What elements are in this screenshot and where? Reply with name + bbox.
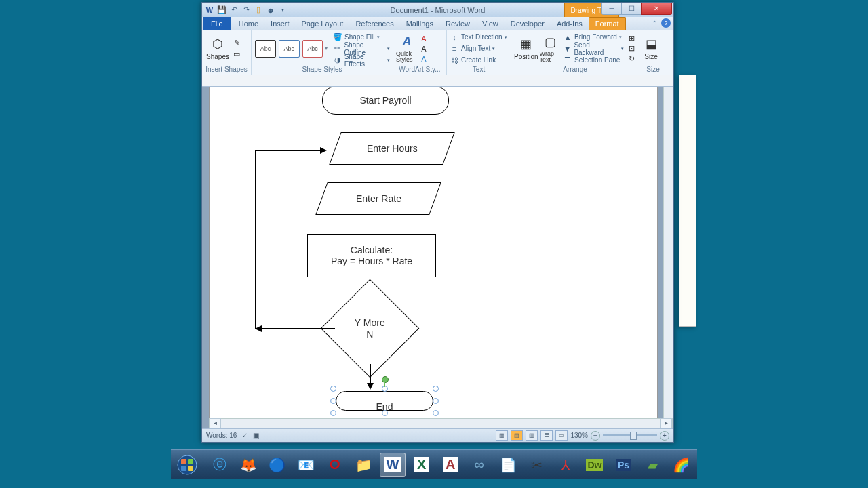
text-fill-icon[interactable]: A: [419, 34, 429, 43]
word-count[interactable]: Words: 16: [206, 432, 237, 439]
position-button[interactable]: ▦ Position: [514, 33, 538, 65]
flowchart-input-rate[interactable]: Enter Rate: [315, 182, 441, 215]
taskbar-word[interactable]: W: [380, 453, 406, 477]
rotate-icon[interactable]: ↻: [627, 54, 636, 64]
selection-pane-button[interactable]: ☰Selection Pane: [563, 55, 624, 66]
tab-insert[interactable]: Insert: [264, 18, 296, 30]
tab-page-layout[interactable]: Page Layout: [296, 18, 350, 30]
send-backward-button[interactable]: ▼Send Backward▾: [563, 43, 624, 54]
ie-icon: ⓔ: [213, 455, 226, 474]
rotation-handle[interactable]: [382, 376, 389, 383]
view-draft-button[interactable]: ▭: [555, 430, 568, 441]
scroll-right-icon[interactable]: ►: [660, 418, 672, 428]
flowchart-process-calculate[interactable]: Calculate: Pay = Hours * Rate: [307, 234, 436, 277]
tab-format[interactable]: Format: [589, 17, 626, 30]
taskbar-excel[interactable]: X: [408, 453, 435, 477]
edit-shape-icon[interactable]: ✎: [232, 39, 241, 48]
tab-review[interactable]: Review: [439, 18, 476, 30]
selection-handles[interactable]: [333, 388, 436, 413]
group-text: Text: [450, 66, 508, 75]
taskbar-app2[interactable]: ▰: [639, 453, 666, 477]
taskbar-notepad[interactable]: 📄: [495, 453, 521, 477]
taskbar-app3[interactable]: 🌈: [668, 453, 694, 477]
taskbar-photoshop[interactable]: Ps: [610, 453, 637, 477]
size-button[interactable]: ⬓ Size: [642, 33, 660, 65]
background-window: [679, 75, 696, 327]
shape-effects-button[interactable]: ◑Shape Effects▾: [333, 55, 390, 66]
effects-icon: ◑: [333, 56, 342, 65]
help-icon[interactable]: ?: [661, 18, 671, 28]
group-icon[interactable]: ⊡: [627, 44, 636, 54]
page[interactable]: Start Payroll Enter Hours Enter Rate Cal…: [209, 87, 658, 428]
collapse-ribbon-icon[interactable]: ⌃: [652, 20, 657, 27]
zoom-out-button[interactable]: −: [591, 431, 600, 441]
create-link-button[interactable]: ⛓Create Link: [450, 55, 507, 66]
taskbar-dreamweaver[interactable]: Dw: [582, 453, 608, 477]
text-outline-icon[interactable]: A: [419, 44, 429, 54]
view-web-button[interactable]: ▥: [526, 430, 538, 441]
calc-text-1: Calculate:: [351, 245, 393, 256]
redo-icon[interactable]: ↷: [241, 5, 251, 15]
flowchart-input-hours[interactable]: Enter Hours: [329, 132, 454, 165]
tab-view[interactable]: View: [476, 18, 505, 30]
group-wordart: WordArt Sty...: [396, 66, 443, 75]
document-area[interactable]: Start Payroll Enter Hours Enter Rate Cal…: [202, 87, 673, 428]
quick-styles-button[interactable]: A Quick Styles: [396, 33, 418, 65]
view-print-layout-button[interactable]: ▦: [496, 430, 508, 441]
save-icon[interactable]: 💾: [217, 5, 226, 15]
taskbar-app1[interactable]: ∞: [466, 453, 492, 477]
emoji-icon[interactable]: ☻: [266, 5, 275, 15]
text-direction-button[interactable]: ↕Text Direction▾: [450, 32, 507, 43]
taskbar-access[interactable]: A: [437, 453, 464, 477]
text-effects-icon[interactable]: A: [419, 54, 429, 64]
close-button[interactable]: ✕: [641, 3, 672, 15]
tab-developer[interactable]: Developer: [505, 18, 551, 30]
proofing-icon[interactable]: ✓: [242, 432, 248, 439]
taskbar-firefox[interactable]: 🦊: [235, 453, 262, 477]
taskbar-ie[interactable]: ⓔ: [206, 453, 233, 477]
vertical-scrollbar[interactable]: [663, 87, 673, 418]
style-sample-1[interactable]: Abc: [255, 40, 276, 58]
new-icon[interactable]: ▯: [254, 5, 263, 15]
zoom-in-button[interactable]: +: [660, 431, 669, 441]
flowchart-start-terminator[interactable]: Start Payroll: [322, 87, 449, 115]
start-button[interactable]: [172, 453, 202, 477]
tab-addins[interactable]: Add-Ins: [551, 18, 589, 30]
horizontal-ruler[interactable]: [202, 75, 673, 87]
style-gallery-more-icon[interactable]: ▾: [325, 45, 332, 52]
macro-icon[interactable]: ▣: [253, 432, 259, 439]
flowchart-decision[interactable]: Y MoreN: [321, 279, 420, 378]
wordart-icon: A: [399, 35, 414, 49]
style-sample-3[interactable]: Abc: [302, 40, 323, 58]
view-outline-button[interactable]: ☰: [540, 430, 553, 441]
wrap-text-button[interactable]: ▢ Wrap Text: [540, 33, 562, 65]
minimize-button[interactable]: ─: [601, 3, 622, 15]
taskbar-opera[interactable]: O: [322, 453, 349, 477]
qat-dropdown-icon[interactable]: ▼: [278, 5, 288, 15]
taskbar-explorer[interactable]: 📁: [351, 453, 377, 477]
taskbar-acrobat[interactable]: ⅄: [553, 453, 579, 477]
zoom-slider[interactable]: [603, 434, 657, 436]
taskbar-chrome[interactable]: 🔵: [264, 453, 290, 477]
title-bar[interactable]: W 💾 ↶ ↷ ▯ ☻ ▼ Document1 - Microsoft Word…: [202, 3, 673, 17]
tab-mailings[interactable]: Mailings: [400, 18, 439, 30]
undo-icon[interactable]: ↶: [229, 5, 239, 15]
view-full-screen-button[interactable]: ▤: [511, 430, 523, 441]
decision-text: Y MoreN: [355, 317, 385, 340]
horizontal-scrollbar[interactable]: ◄ ►: [209, 418, 673, 428]
taskbar-snip[interactable]: ✂: [524, 453, 551, 477]
taskbar-outlook[interactable]: 📧: [293, 453, 319, 477]
file-tab[interactable]: File: [203, 17, 231, 30]
scroll-left-icon[interactable]: ◄: [210, 418, 221, 428]
text-box-icon[interactable]: ▭: [232, 49, 241, 59]
style-sample-2[interactable]: Abc: [279, 40, 300, 58]
align-text-button[interactable]: ≡Align Text▾: [450, 43, 507, 54]
zoom-level[interactable]: 130%: [570, 432, 588, 439]
outline-icon: ✏: [333, 44, 342, 54]
tab-references[interactable]: References: [349, 18, 399, 30]
maximize-button[interactable]: ☐: [621, 3, 642, 15]
align-icon[interactable]: ⊞: [627, 34, 636, 43]
shapes-gallery-button[interactable]: ⬡ Shapes: [205, 33, 231, 65]
pdf-icon: ⅄: [561, 457, 570, 473]
tab-home[interactable]: Home: [233, 18, 264, 30]
